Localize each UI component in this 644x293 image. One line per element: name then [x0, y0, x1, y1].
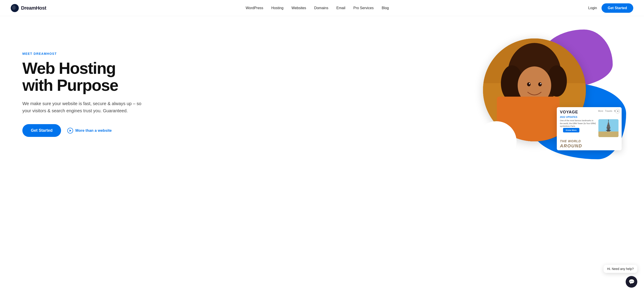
svg-rect-18: [546, 119, 558, 139]
nav-item-email[interactable]: Email: [336, 6, 345, 10]
voyage-card-title: VOYAGE: [560, 110, 578, 114]
dreamhost-logo-icon: [11, 4, 19, 12]
hero-title: Web Hosting with Purpose: [22, 60, 148, 94]
svg-rect-27: [608, 120, 609, 122]
hero-title-line2: with Purpose: [22, 76, 118, 94]
voyage-close-button[interactable]: ✕: [616, 109, 620, 114]
voyage-card-image: [598, 119, 618, 137]
play-icon: [67, 128, 73, 134]
brand-name: DreamHost: [21, 5, 46, 11]
svg-rect-24: [607, 128, 610, 128]
svg-rect-10: [529, 100, 540, 114]
hero-more-button[interactable]: More than a website: [67, 128, 112, 134]
svg-rect-26: [606, 130, 611, 130]
hero-content: MEET DREAMHOST Web Hosting with Purpose …: [22, 52, 148, 137]
svg-point-13: [538, 82, 542, 86]
voyage-around-text: AROUND: [557, 143, 622, 150]
hero-more-label: More than a website: [75, 128, 112, 133]
voyage-know-more-button[interactable]: Know More: [563, 128, 580, 132]
svg-rect-16: [524, 108, 534, 141]
svg-point-1: [12, 5, 16, 10]
hero-section: MEET DREAMHOST Web Hosting with Purpose …: [0, 16, 644, 168]
hero-cta-group: Get Started More than a website: [22, 124, 148, 137]
voyage-card-body: One of the most famous landmarks in the …: [557, 119, 622, 138]
nav-item-websites[interactable]: Websites: [292, 6, 306, 10]
svg-rect-19: [547, 121, 557, 137]
nav-item-wordpress[interactable]: WordPress: [246, 6, 263, 10]
navigation: DreamHost WordPress Hosting Websites Dom…: [0, 0, 644, 16]
svg-rect-17: [534, 108, 544, 141]
hero-subtitle: We make sure your website is fast, secur…: [22, 100, 148, 114]
nav-actions: Login Get Started: [588, 3, 633, 13]
voyage-body-left: One of the most famous landmarks in the …: [560, 119, 596, 137]
nav-item-blog[interactable]: Blog: [382, 6, 389, 10]
hero-get-started-button[interactable]: Get Started: [22, 124, 61, 137]
nav-get-started-button[interactable]: Get Started: [602, 3, 633, 13]
hero-eyebrow: MEET DREAMHOST: [22, 52, 148, 56]
voyage-body-text: One of the most famous landmarks in the …: [560, 119, 596, 128]
svg-point-15: [540, 83, 541, 84]
svg-rect-21: [598, 132, 618, 137]
hero-title-line1: Web Hosting: [22, 59, 116, 77]
eiffel-svg: [598, 119, 618, 137]
logo[interactable]: DreamHost: [11, 4, 46, 12]
nav-item-domains[interactable]: Domains: [314, 6, 328, 10]
hero-visual: ✕ VOYAGE More Travels Blog 2022 UPDATES …: [470, 30, 626, 159]
nav-item-pro-services[interactable]: Pro Services: [353, 6, 374, 10]
circle-cutout: [476, 121, 516, 162]
voyage-section-label: 2022 UPDATES: [557, 114, 622, 119]
login-link[interactable]: Login: [588, 6, 597, 10]
voyage-card-header: VOYAGE More Travels Blog: [557, 107, 622, 114]
svg-rect-25: [607, 126, 610, 126]
nav-links: WordPress Hosting Websites Domains Email…: [246, 6, 389, 10]
voyage-nav-travels[interactable]: Travels: [605, 110, 612, 112]
voyage-card: ✕ VOYAGE More Travels Blog 2022 UPDATES …: [557, 107, 622, 150]
svg-point-14: [529, 83, 530, 84]
svg-point-12: [527, 82, 531, 86]
voyage-nav-more[interactable]: More: [598, 110, 603, 112]
svg-point-9: [518, 66, 551, 104]
voyage-world-text: THE WORLD: [557, 138, 622, 143]
nav-item-hosting[interactable]: Hosting: [271, 6, 283, 10]
